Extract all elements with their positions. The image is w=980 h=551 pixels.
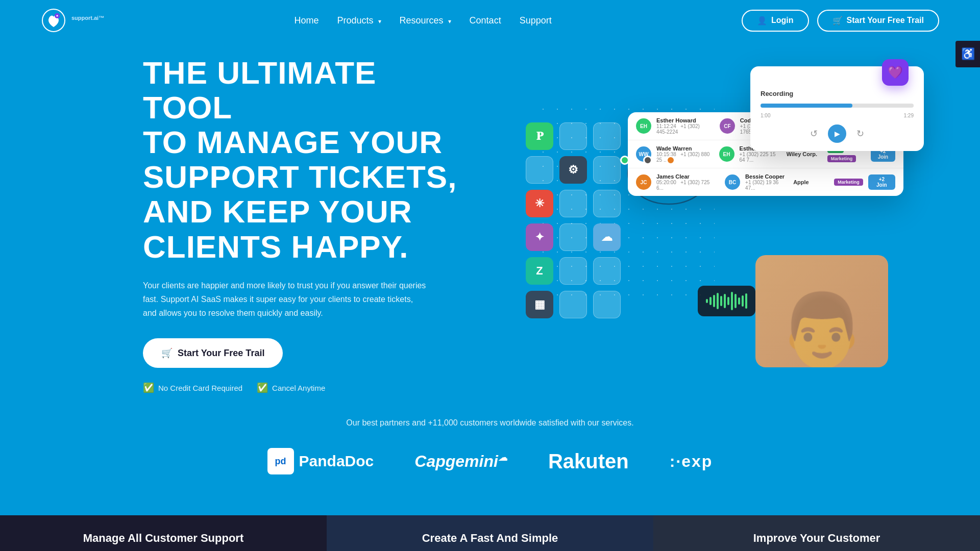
hero-title: THE ULTIMATE TOOL TO MANAGE YOUR SUPPORT… — [143, 56, 475, 264]
partner-exp: :·exp — [670, 452, 713, 471]
app-icon-empty-9 — [593, 257, 621, 285]
waveform-overlay — [698, 286, 755, 316]
name-wade: Wade Warren — [656, 145, 710, 152]
app-icon-empty-3 — [526, 156, 553, 184]
app-icon-4: ✦ — [526, 223, 553, 251]
partner-pandadoc: pd PandaDoc — [267, 448, 374, 474]
wave-bar-12 — [745, 293, 747, 309]
partner-capgemini: Capgemini☁ — [414, 452, 507, 471]
hero-section: THE ULTIMATE TOOL TO MANAGE YOUR SUPPORT… — [0, 41, 980, 398]
person-silhouette: 👨 — [777, 288, 867, 367]
wave-bar-9 — [734, 294, 737, 308]
app-icon-empty-10 — [559, 291, 587, 318]
app-icon-empty-2 — [593, 122, 621, 150]
tab-create-fast-simple[interactable]: Create A Fast And Simple — [327, 515, 653, 551]
app-icon-6: Z — [526, 257, 553, 285]
fast-forward-icon[interactable]: ↻ — [856, 128, 864, 139]
app-icons-grid: 𝐏 ⚙ ✳ ✦ ☁ Z ▦ — [526, 122, 623, 320]
tag-marketing-2: Marketing — [827, 155, 856, 162]
wave-bar-8 — [731, 292, 733, 310]
nav-actions: 👤 Login 🛒 Start Your Free Trail — [742, 10, 939, 32]
check-icon-2: ✅ — [257, 382, 268, 393]
wave-bar-1 — [706, 299, 708, 303]
cart-icon-hero: 🛒 — [161, 347, 173, 359]
resources-dropdown-arrow: ▾ — [448, 18, 451, 25]
nav-home[interactable]: Home — [294, 15, 318, 26]
app-icon-empty-4 — [593, 156, 621, 184]
wave-bar-3 — [713, 295, 715, 307]
pandadoc-icon: pd — [267, 448, 294, 474]
crm-row-3: JC James Clear 05:20:00 +1 (302) 725 6..… — [628, 168, 903, 196]
app-icon-empty-1 — [559, 122, 587, 150]
phone-esther-2: +1 (302) 225 15 64 7... — [740, 152, 781, 163]
tab-manage-customer-support[interactable]: Manage All Customer Support — [0, 515, 327, 551]
app-icon-empty-7 — [559, 223, 587, 251]
tag-marketing-3: Marketing — [834, 179, 863, 186]
phone-esther: 11:12:24 +1 (302) 445-2224 — [656, 123, 710, 135]
capgemini-name: Capgemini☁ — [414, 452, 507, 471]
orange-dot — [666, 156, 675, 165]
tags-row3: Marketing — [834, 179, 863, 186]
recording-title: Recording — [761, 90, 914, 97]
hero-checks: ✅ No Credit Card Required ✅ Cancel Anyti… — [143, 382, 475, 393]
time-labels: 1:00 1:29 — [761, 113, 914, 118]
join-button-3[interactable]: +2 Join — [868, 174, 895, 190]
avatar-esther: EH — [636, 118, 651, 134]
app-icon-empty-8 — [559, 257, 587, 285]
app-icon-3: ✳ — [526, 190, 553, 217]
wave-bar-4 — [717, 293, 719, 309]
company-apple: Apple — [793, 179, 829, 185]
nav-products[interactable]: Products ▾ — [337, 15, 381, 26]
accessibility-button[interactable]: ♿ — [955, 41, 980, 67]
check-no-credit-card: ✅ No Credit Card Required — [143, 382, 242, 393]
rakuten-name: Rakuten — [548, 450, 629, 473]
app-icon-empty-6 — [593, 190, 621, 217]
hero-content: THE ULTIMATE TOOL TO MANAGE YOUR SUPPORT… — [143, 56, 475, 394]
user-icon: 👤 — [757, 16, 767, 26]
wave-bar-6 — [724, 294, 726, 308]
app-icon-empty-5 — [559, 190, 587, 217]
check-cancel-anytime: ✅ Cancel Anytime — [257, 382, 325, 393]
bottom-tabs: Manage All Customer Support Create A Fas… — [0, 515, 980, 551]
nav-trial-button[interactable]: 🛒 Start Your Free Trail — [817, 10, 939, 32]
wave-bar-2 — [709, 297, 712, 305]
logo-icon — [41, 8, 66, 33]
partners-text: Our best partners and +11,000 customers … — [102, 418, 878, 428]
rewind-icon[interactable]: ↺ — [810, 128, 818, 139]
phone-james: 05:20:00 +1 (302) 725 6... — [656, 180, 716, 191]
phone-wade: 10:15:38 +1 (302) 880 25 ... — [656, 152, 710, 163]
heart-badge: 💜 — [882, 59, 909, 86]
avatar-james: JC — [636, 174, 651, 190]
waveform-progress — [761, 104, 852, 108]
navbar: support.ai™ Home Products ▾ Resources ▾ … — [0, 0, 980, 41]
name-james: James Clear — [656, 173, 716, 180]
cart-icon: 🛒 — [832, 16, 843, 26]
company-wiley: Wiley Corp. — [787, 151, 822, 157]
logo-text: support.ai™ — [71, 14, 104, 27]
nav-contact[interactable]: Contact — [470, 15, 501, 26]
wave-bar-5 — [720, 296, 722, 306]
wave-bar-10 — [738, 297, 740, 305]
nav-links: Home Products ▾ Resources ▾ Contact Supp… — [294, 15, 551, 26]
accessibility-icon: ♿ — [961, 47, 975, 61]
exp-name: :·exp — [670, 452, 713, 471]
play-button[interactable]: ▶ — [828, 124, 846, 143]
app-icon-7: ▦ — [526, 291, 553, 318]
name-bessie: Bessie Cooper — [745, 173, 788, 180]
wave-bar-11 — [742, 295, 744, 307]
avatar-bessie: BC — [725, 174, 740, 190]
phone-bessie: +1 (302) 19 36 47... — [745, 180, 788, 191]
tab-improve-customer[interactable]: Improve Your Customer — [653, 515, 980, 551]
logo[interactable]: support.ai™ — [41, 8, 104, 33]
partners-section: Our best partners and +11,000 customers … — [0, 398, 980, 485]
hero-trial-button[interactable]: 🛒 Start Your Free Trail — [143, 338, 283, 368]
check-icon-1: ✅ — [143, 382, 154, 393]
login-button[interactable]: 👤 Login — [742, 10, 809, 32]
nav-resources[interactable]: Resources ▾ — [400, 15, 451, 26]
recording-controls: ↺ ▶ ↻ — [761, 124, 914, 143]
hero-visual: 𝐏 ⚙ ✳ ✦ ☁ Z ▦ EH Esther Howar — [505, 71, 939, 378]
nav-support[interactable]: Support — [520, 15, 552, 26]
partners-logos: pd PandaDoc Capgemini☁ Rakuten :·exp — [102, 448, 878, 474]
products-dropdown-arrow: ▾ — [378, 18, 381, 25]
support-agent-photo: 👨 — [755, 255, 888, 367]
